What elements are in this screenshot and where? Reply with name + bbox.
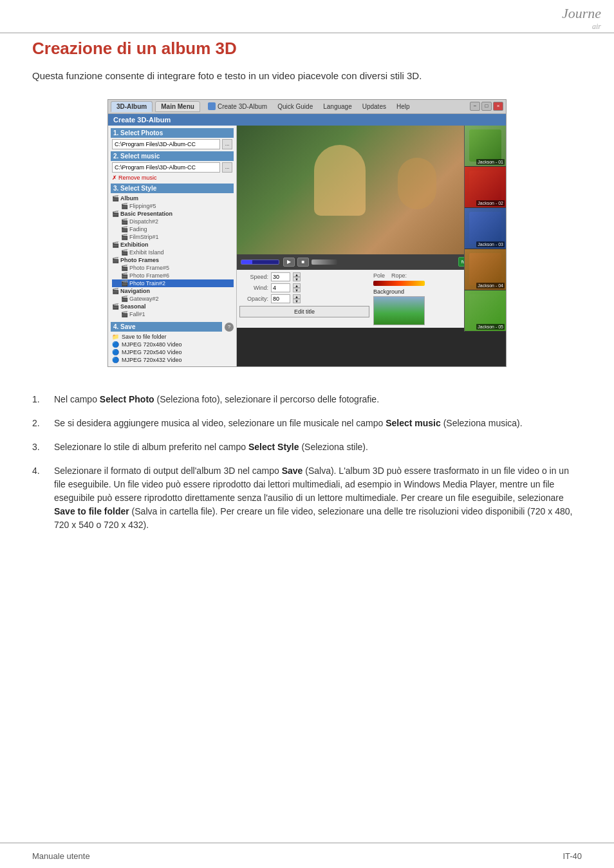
instruction-text-1: Nel campo Select Photo (Seleziona foto),…	[54, 393, 582, 406]
style-item-dispatch2[interactable]: 🎬 Dispatch#2	[112, 218, 234, 225]
menu-language[interactable]: Language	[321, 101, 355, 111]
instruction-number-2: 2.	[32, 417, 48, 430]
page-title: Creazione di un album 3D	[32, 39, 582, 59]
save-to-folder-row[interactable]: 📁 Save to file folder	[111, 333, 234, 341]
music-browse-button[interactable]: ...	[222, 162, 232, 173]
stop-button[interactable]: ■	[297, 258, 309, 267]
wind-row: Wind: ▲ ▼	[239, 283, 369, 292]
style-item-frame6[interactable]: 🎬 Photo Frame#6	[112, 272, 234, 279]
tab-3d-album[interactable]: 3D-Album	[111, 101, 153, 112]
menu-quick-guide[interactable]: Quick Guide	[275, 101, 315, 111]
rope-indicator	[373, 281, 425, 286]
style-item-frame5[interactable]: 🎬 Photo Frame#5	[112, 264, 234, 272]
style-tree: 🎬 Album 🎬 Flipping#5 🎬 Basic Presentatio…	[111, 194, 234, 318]
instruction-item-4: 4. Selezionare il formato di output dell…	[32, 464, 582, 532]
thumbnail-strip: Jackson - 01 Jackson - 02 Jackson - 03	[464, 126, 506, 332]
opacity-spinner: ▲ ▼	[293, 294, 301, 303]
thumb-item-2[interactable]: Jackson - 02	[465, 167, 506, 208]
style-category-navigation[interactable]: 🎬 Navigation	[112, 287, 234, 295]
thumb-label-4: Jackson - 04	[476, 283, 505, 288]
style-category-photo-frames[interactable]: 🎬 Photo Frames	[112, 256, 234, 264]
music-input-row: ...	[111, 162, 234, 173]
thumb-label-1: Jackson - 01	[476, 159, 505, 165]
thumb-item-3[interactable]: Jackson - 03	[465, 208, 506, 249]
photos-browse-button[interactable]: ...	[222, 139, 232, 149]
opacity-input[interactable]	[271, 294, 290, 303]
menu-create-3d-album[interactable]: Create 3D-Album	[205, 101, 270, 111]
close-button[interactable]: ×	[493, 102, 503, 111]
style-category-basic[interactable]: 🎬 Basic Presentation	[112, 210, 234, 218]
film-sub-icon: 🎬	[121, 203, 128, 209]
wind-input[interactable]	[271, 283, 290, 292]
playback-controls: ▶ ■	[283, 258, 337, 267]
volume-slider[interactable]	[312, 259, 337, 265]
speed-spinner: ▲ ▼	[293, 272, 301, 281]
top-divider	[0, 32, 614, 33]
opacity-label: Opacity:	[239, 296, 268, 302]
wind-up-button[interactable]: ▲	[293, 283, 301, 288]
progress-bar[interactable]	[241, 259, 279, 265]
film-icon-seasonal: 🎬	[112, 303, 119, 310]
film-sub-icon-6: 🎬	[121, 265, 128, 271]
style-item-train2[interactable]: 🎬 Photo Train#2	[112, 279, 234, 287]
opacity-down-button[interactable]: ▼	[293, 299, 301, 303]
style-item-fall1[interactable]: 🎬 Fall#1	[112, 310, 234, 318]
menu-help[interactable]: Help	[394, 101, 413, 111]
ui-screenshot: 3D-Album Main Menu Create 3D-Album Quick…	[107, 99, 507, 367]
style-category-exhibition[interactable]: 🎬 Exhibition	[112, 241, 234, 249]
music-path-input[interactable]	[112, 162, 220, 173]
select-photos-header: 1. Select Photos	[111, 128, 234, 138]
play-button[interactable]: ▶	[283, 258, 295, 267]
style-category-album[interactable]: 🎬 Album	[112, 194, 234, 202]
instruction-number-1: 1.	[32, 393, 48, 406]
settings-left: Speed: ▲ ▼ Wind: ▲ ▼	[239, 272, 369, 325]
progress-fill	[241, 260, 252, 264]
minimize-button[interactable]: −	[470, 102, 480, 111]
opacity-up-button[interactable]: ▲	[293, 294, 301, 299]
style-item-fading[interactable]: 🎬 Fading	[112, 225, 234, 233]
logo: Journe air	[562, 5, 601, 32]
style-item-flipping5[interactable]: 🎬 Flipping#5	[112, 202, 234, 210]
film-sub-icon-8: 🎬	[121, 280, 128, 287]
rope-label: Rope:	[391, 272, 407, 279]
footer-manual-label: Manuale utente	[32, 851, 90, 861]
save-help-icon[interactable]: ?	[225, 323, 234, 332]
menu-bar: 3D-Album Main Menu Create 3D-Album Quick…	[108, 100, 506, 114]
speed-input[interactable]	[271, 272, 290, 281]
left-panel: 1. Select Photos ... 2. Select music ...…	[108, 126, 237, 366]
instruction-text-4: Selezionare il formato di output dell'al…	[54, 464, 582, 532]
restore-button[interactable]: □	[481, 102, 492, 111]
thumb-item-4[interactable]: Jackson - 04	[465, 249, 506, 290]
instruction-item-3: 3. Selezionare lo stile di album preferi…	[32, 440, 582, 454]
instruction-item-1: 1. Nel campo Select Photo (Seleziona fot…	[32, 393, 582, 406]
remove-music-link[interactable]: ✗ Remove music	[111, 175, 234, 181]
instruction-number-4: 4.	[32, 464, 48, 532]
save-video-icon-2: 🔵	[112, 349, 119, 355]
tab-main-menu[interactable]: Main Menu	[155, 101, 200, 112]
speed-up-button[interactable]: ▲	[293, 272, 301, 277]
thumb-item-1[interactable]: Jackson - 01	[465, 126, 506, 167]
app-title-text: Create 3D-Album	[113, 116, 171, 124]
menu-updates[interactable]: Updates	[360, 101, 389, 111]
style-item-exhibit-island[interactable]: 🎬 Exhibit Island	[112, 249, 234, 256]
thumb-label-2: Jackson - 02	[476, 200, 505, 206]
save-mjpeg-432-row[interactable]: 🔵 MJPEG 720x432 Video	[111, 356, 234, 364]
instruction-text-3: Selezionare lo stile di album preferito …	[54, 440, 582, 454]
footer: Manuale utente IT-40	[0, 842, 614, 868]
save-mjpeg-480-row[interactable]: 🔵 MJPEG 720x480 Video	[111, 341, 234, 348]
style-category-seasonal[interactable]: 🎬 Seasonal	[112, 303, 234, 310]
film-sub-icon-9: 🎬	[121, 296, 128, 302]
edit-title-button[interactable]: Edit title	[239, 306, 369, 317]
film-sub-icon-10: 🎬	[121, 311, 128, 317]
photo-area: Jackson - 01 Jackson - 02 Jackson - 03	[237, 126, 506, 254]
thumb-item-5[interactable]: Jackson - 05	[465, 290, 506, 332]
wind-label: Wind:	[239, 285, 268, 291]
style-item-filmstrip[interactable]: 🎬 FilmStrip#1	[112, 233, 234, 241]
style-item-gateway[interactable]: 🎬 Gateway#2	[112, 295, 234, 303]
save-mjpeg-540-row[interactable]: 🔵 MJPEG 720x540 Video	[111, 348, 234, 356]
save-section: 4. Save ? 📁 Save to file folder 🔵 MJPEG …	[111, 322, 234, 364]
save-folder-icon: 📁	[112, 334, 119, 340]
photos-path-input[interactable]	[112, 139, 220, 149]
wind-down-button[interactable]: ▼	[293, 288, 301, 292]
speed-down-button[interactable]: ▼	[293, 277, 301, 281]
